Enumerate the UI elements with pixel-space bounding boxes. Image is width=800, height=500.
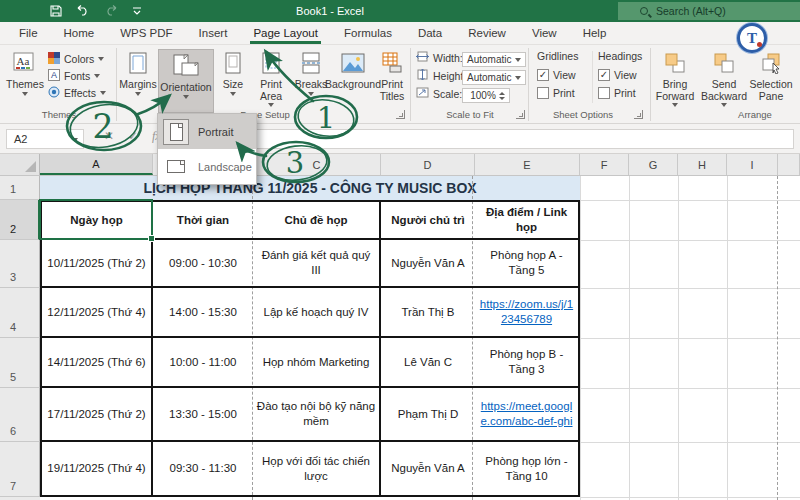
table-cell[interactable]: 14/11/2025 (Thứ 6) [40,338,153,388]
column-header-h[interactable]: H [678,154,727,175]
bring-forward-button[interactable]: Bring Forward [652,50,698,107]
subgroup-separator [592,51,593,103]
enter-icon[interactable]: ✓ [128,129,138,143]
fonts-icon: A [48,69,60,83]
effects-icon [48,86,60,100]
table-cell[interactable]: Phòng họp A - Tầng 5 [475,240,580,288]
table-cell[interactable]: 12/11/2025 (Thứ 4) [40,288,153,338]
select-all-corner[interactable] [0,154,40,175]
column-header-a[interactable]: A [40,154,153,175]
column-header-d[interactable]: D [381,154,475,175]
name-box[interactable]: A2 [6,129,84,149]
gridlines-print-checkbox[interactable]: Print [537,84,589,102]
tab-data[interactable]: Data [405,22,455,44]
height-select[interactable]: Automatic [462,70,526,85]
scale-dialog-launcher-icon[interactable] [516,110,525,119]
breaks-button[interactable]: Breaks [293,50,329,96]
bring-forward-icon [664,50,686,76]
chevron-down-icon [72,138,78,142]
column-header-f[interactable]: F [580,154,629,175]
row-header-2[interactable]: 2 [0,200,40,240]
table-cell[interactable]: Phòng họp lớn - Tầng 10 [475,442,580,497]
column-header-g[interactable]: G [629,154,678,175]
table-cell-link[interactable]: https://zoom.us/j/123456789 [475,288,580,338]
send-backward-button[interactable]: Send Backward [700,50,748,107]
row-header-4[interactable]: 4 [0,288,40,338]
effects-button[interactable]: Effects [48,86,106,100]
colors-button[interactable]: Colors [48,52,104,66]
formula-input[interactable] [172,129,794,149]
row-header-3[interactable]: 3 [0,240,40,288]
width-select[interactable]: Automatic [462,52,526,67]
themes-button[interactable]: Aa Themes [4,50,46,96]
table-header-cell[interactable]: Thời gian [153,200,253,240]
size-button[interactable]: Size [216,50,250,96]
portrait-icon [163,119,189,145]
tab-file[interactable]: File [6,22,51,44]
headings-print-checkbox[interactable]: Print [598,84,652,102]
column-header-c[interactable]: C [253,154,381,175]
tab-view[interactable]: View [519,22,570,44]
fonts-button[interactable]: A Fonts [48,69,100,83]
table-cell[interactable]: 10:00 - 11:00 [153,338,253,388]
row-header-1[interactable]: 1 [0,176,40,200]
table-cell[interactable]: Lê Văn C [381,338,475,388]
table-cell[interactable]: Lập kế hoạch quý IV [253,288,381,338]
chevron-down-icon [94,74,100,78]
tab-page-layout[interactable]: Page Layout [240,22,331,44]
table-cell[interactable]: Nguyễn Văn A [381,240,475,288]
tab-formulas[interactable]: Formulas [331,22,405,44]
table-cell[interactable]: Họp nhóm Marketing [253,338,381,388]
background-button[interactable]: Background [330,50,376,90]
page-setup-dialog-launcher-icon[interactable] [396,110,405,119]
table-cell[interactable]: 13:30 - 15:00 [153,388,253,442]
table-cell[interactable]: 09:00 - 10:30 [153,240,253,288]
cancel-icon[interactable]: ✕ [104,129,114,143]
menu-item-landscape[interactable]: Landscape [158,149,256,184]
scale-stepper[interactable]: 100% [462,88,510,103]
menu-item-portrait[interactable]: Portrait [158,114,256,149]
table-header-cell[interactable]: Ngày họp [40,200,153,240]
table-cell-link[interactable]: https://meet.google.com/abc-def-ghi [475,388,580,442]
table-cell[interactable]: Họp với đối tác chiến lược [253,442,381,497]
row-header-6[interactable]: 6 [0,388,40,442]
sheet-options-dialog-launcher-icon[interactable] [634,110,643,119]
search-input[interactable]: Search (Alt+Q) [618,2,800,20]
print-area-button[interactable]: Print Area [251,50,291,107]
table-cell[interactable]: 10/11/2025 (Thứ 2) [40,240,153,288]
table-cell[interactable]: Phòng họp B - Tầng 3 [475,338,580,388]
table-header-cell[interactable]: Người chủ trì [381,200,475,240]
margins-button[interactable]: Margins [119,50,157,96]
table-cell[interactable]: Đào tạo nội bộ kỹ năng mềm [253,388,381,442]
tab-insert[interactable]: Insert [186,22,241,44]
headings-label: Headings [598,50,652,62]
tab-review[interactable]: Review [455,22,519,44]
tab-help[interactable]: Help [570,22,620,44]
headings-view-checkbox[interactable]: ✓View [598,66,652,84]
table-header-cell[interactable]: Chủ đề họp [253,200,381,240]
table-header-cell[interactable]: Địa điểm / Link họp [475,200,580,240]
ribbon-tabs: File Home WPS PDF Insert Page Layout For… [0,22,800,45]
spinner-icons[interactable] [499,92,505,100]
row-header-7[interactable]: 7 [0,442,40,497]
gridlines-view-checkbox[interactable]: ✓View [537,66,589,84]
orientation-button[interactable]: Orientation [158,49,214,113]
table-cell[interactable]: 17/11/2025 (Thứ 2) [40,388,153,442]
table-cell[interactable]: Nguyễn Văn A [381,442,475,497]
table-cell[interactable]: Đánh giá kết quả quý III [253,240,381,288]
column-header-i[interactable]: I [727,154,778,175]
column-header-e[interactable]: E [475,154,580,175]
selection-pane-button[interactable]: Selection Pane [750,50,792,102]
print-titles-button[interactable]: Print Titles [376,50,408,102]
align-button[interactable]: Align [792,50,800,90]
table-cell[interactable]: 09:30 - 11:30 [153,442,253,497]
tab-home[interactable]: Home [51,22,108,44]
table-cell[interactable]: 19/11/2025 (Thứ 4) [40,442,153,497]
tab-wps-pdf[interactable]: WPS PDF [107,22,185,44]
table-cell[interactable]: Phạm Thị D [381,388,475,442]
chevron-down-icon [98,57,104,61]
table-cell[interactable]: 14:00 - 15:30 [153,288,253,338]
row-header-5[interactable]: 5 [0,338,40,388]
table-cell[interactable]: Trần Thị B [381,288,475,338]
sheet-title-cell[interactable]: LỊCH HỌP THÁNG 11/2025 - CÔNG TY MUSIC B… [40,176,580,200]
